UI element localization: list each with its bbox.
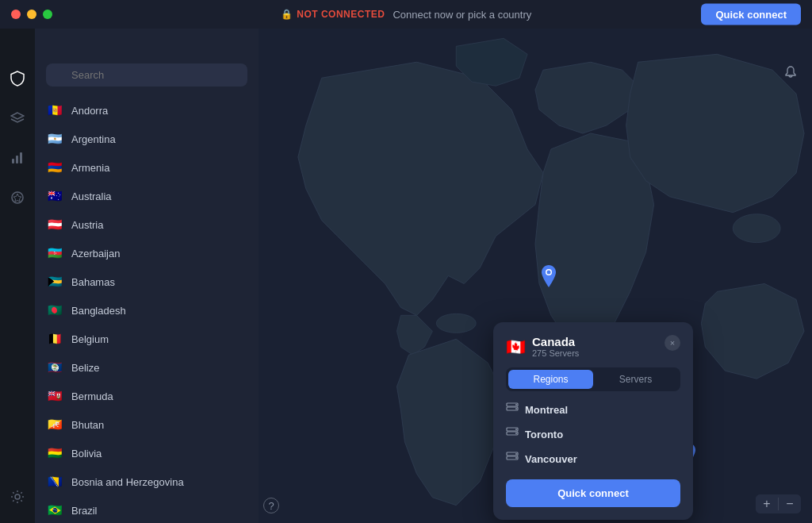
popup-tab-regions[interactable]: Regions	[508, 370, 593, 389]
popup-country-info: 🇨🇦 Canada 275 Servers	[506, 335, 579, 358]
minimize-window-button[interactable]	[27, 10, 36, 19]
country-item-bolivia[interactable]: 🇧🇴 Bolivia	[35, 439, 259, 467]
flag-argentina: 🇦🇷	[46, 130, 63, 148]
country-item-bangladesh[interactable]: 🇧🇩 Bangladesh	[35, 296, 259, 325]
country-label-bolivia: Bolivia	[71, 448, 102, 460]
country-label-bangladesh: Bangladesh	[71, 305, 126, 317]
country-item-bhutan[interactable]: 🇧🇹 Bhutan	[35, 410, 259, 439]
zoom-controls: + −	[756, 494, 801, 513]
region-name-vancouver: Vancouver	[525, 453, 577, 465]
country-label-andorra: Andorra	[71, 105, 108, 117]
lock-icon: 🔒	[281, 9, 293, 20]
svg-point-20	[515, 433, 517, 434]
svg-rect-1	[16, 156, 18, 163]
settings-nav-icon[interactable]	[9, 488, 26, 506]
country-item-armenia[interactable]: 🇦🇲 Armenia	[35, 153, 259, 182]
popup-region-vancouver[interactable]: Vancouver	[506, 450, 680, 468]
server-icon-montreal	[506, 402, 519, 417]
help-icon: ?	[268, 500, 274, 512]
popup-country-details: Canada 275 Servers	[532, 335, 579, 358]
country-label-argentina: Argentina	[71, 133, 116, 145]
map-pin-1[interactable]	[540, 265, 557, 287]
sidebar: 🔍 🇦🇩 Andorra 🇦🇷 Argentina 🇦🇲 Armenia 🇦🇺 …	[35, 29, 259, 523]
stats-nav-icon[interactable]	[9, 149, 26, 167]
traffic-lights	[0, 10, 52, 19]
country-label-brazil: Brazil	[71, 505, 98, 517]
close-icon: ×	[670, 338, 675, 348]
flag-andorra: 🇦🇩	[46, 102, 63, 119]
svg-point-4	[15, 494, 20, 499]
country-item-bermuda[interactable]: 🇧🇲 Bermuda	[35, 382, 259, 410]
popup-header: 🇨🇦 Canada 275 Servers ×	[506, 335, 680, 358]
flag-armenia: 🇦🇲	[46, 159, 63, 176]
country-label-belize: Belize	[71, 362, 99, 374]
quick-connect-top-button[interactable]: Quick connect	[701, 4, 801, 25]
country-item-argentina[interactable]: 🇦🇷 Argentina	[35, 125, 259, 153]
svg-point-8	[547, 271, 551, 275]
flag-belgium: 🇧🇪	[46, 330, 63, 348]
country-item-austria[interactable]: 🇦🇹 Austria	[35, 210, 259, 239]
notification-bell-icon[interactable]	[783, 65, 798, 83]
svg-point-19	[515, 429, 517, 430]
country-item-australia[interactable]: 🇦🇺 Australia	[35, 182, 259, 210]
country-item-bosnia-and-herzegovina[interactable]: 🇧🇦 Bosnia and Herzegovina	[35, 467, 259, 496]
popup-close-button[interactable]: ×	[665, 335, 680, 351]
svg-point-23	[515, 453, 517, 455]
svg-rect-0	[12, 159, 14, 163]
svg-rect-2	[20, 152, 22, 163]
icon-rail	[0, 29, 35, 523]
fullscreen-window-button[interactable]	[43, 10, 52, 19]
popup-server-count: 275 Servers	[532, 348, 579, 358]
rail-bottom	[9, 488, 26, 515]
flag-azerbaijan: 🇦🇿	[46, 244, 63, 262]
flag-belize: 🇧🇿	[46, 359, 63, 376]
flag-bahamas: 🇧🇸	[46, 273, 63, 290]
country-item-bahamas[interactable]: 🇧🇸 Bahamas	[35, 267, 259, 296]
server-icon-toronto	[506, 427, 519, 442]
popup-region-toronto[interactable]: Toronto	[506, 425, 680, 444]
zoom-in-button[interactable]: +	[756, 494, 778, 513]
svg-point-16	[515, 408, 517, 410]
search-input[interactable]	[46, 63, 247, 87]
shield-nav-icon[interactable]	[9, 70, 26, 87]
popup-region-list: Montreal Toronto	[506, 401, 680, 468]
flag-bermuda: 🇧🇲	[46, 387, 63, 405]
flag-brazil: 🇧🇷	[46, 502, 63, 519]
popup-region-montreal[interactable]: Montreal	[506, 401, 680, 419]
country-label-bermuda: Bermuda	[71, 390, 113, 402]
flag-bolivia: 🇧🇴	[46, 444, 63, 462]
layers-nav-icon[interactable]	[9, 110, 26, 127]
country-item-belgium[interactable]: 🇧🇪 Belgium	[35, 325, 259, 353]
country-item-azerbaijan[interactable]: 🇦🇿 Azerbaijan	[35, 239, 259, 267]
search-container: 🔍	[35, 57, 259, 93]
popup-quick-connect-button[interactable]: Quick connect	[506, 479, 680, 507]
country-popup: 🇨🇦 Canada 275 Servers × Regions Servers	[493, 322, 693, 520]
popup-tab-servers[interactable]: Servers	[593, 370, 678, 389]
connect-hint-text: Connect now or pick a country	[393, 9, 531, 21]
country-list: 🇦🇩 Andorra 🇦🇷 Argentina 🇦🇲 Armenia 🇦🇺 Au…	[35, 93, 259, 523]
country-item-andorra[interactable]: 🇦🇩 Andorra	[35, 96, 259, 125]
country-item-belize[interactable]: 🇧🇿 Belize	[35, 353, 259, 382]
country-label-bosnia-and-herzegovina: Bosnia and Herzegovina	[71, 476, 184, 488]
flag-austria: 🇦🇹	[46, 216, 63, 233]
region-name-montreal: Montreal	[525, 404, 568, 416]
flag-bhutan: 🇧🇹	[46, 416, 63, 433]
country-label-bhutan: Bhutan	[71, 419, 104, 431]
titlebar-center: 🔒 NOT CONNECTED Connect now or pick a co…	[281, 9, 532, 21]
country-label-belgium: Belgium	[71, 333, 109, 345]
specialty-nav-icon[interactable]	[9, 189, 26, 206]
help-button[interactable]: ?	[263, 498, 279, 513]
popup-tabs: Regions Servers	[506, 367, 680, 391]
connection-status-badge: 🔒 NOT CONNECTED	[281, 9, 385, 20]
svg-point-5	[436, 313, 476, 333]
not-connected-label: NOT CONNECTED	[297, 9, 385, 20]
search-wrap: 🔍	[46, 63, 247, 87]
zoom-out-button[interactable]: −	[779, 494, 801, 513]
close-window-button[interactable]	[11, 10, 21, 19]
country-item-brazil[interactable]: 🇧🇷 Brazil	[35, 496, 259, 523]
country-label-armenia: Armenia	[71, 162, 109, 174]
titlebar: 🔒 NOT CONNECTED Connect now or pick a co…	[0, 0, 812, 29]
region-name-toronto: Toronto	[525, 429, 563, 440]
country-label-australia: Australia	[71, 190, 112, 202]
svg-point-15	[515, 404, 517, 406]
